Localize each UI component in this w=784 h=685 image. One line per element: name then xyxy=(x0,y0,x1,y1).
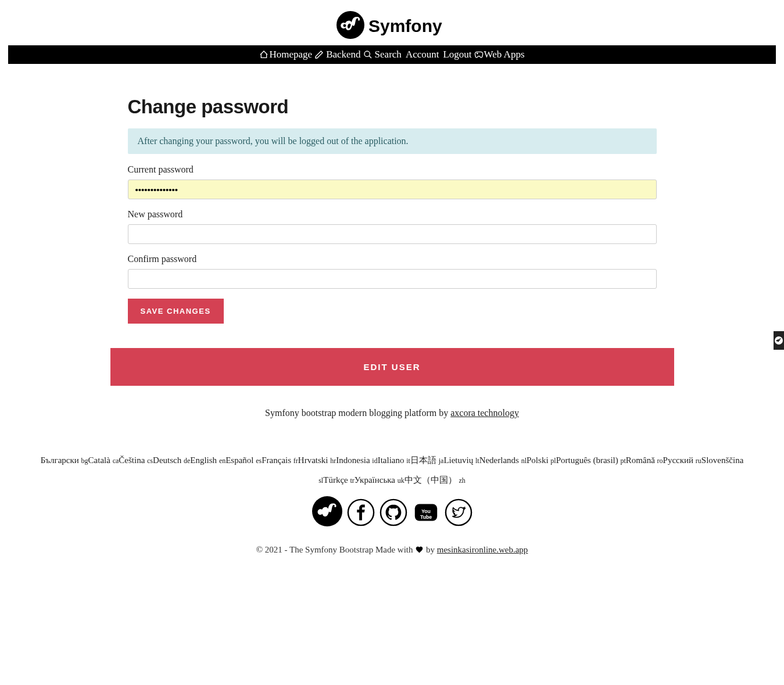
brand-text: Symfony xyxy=(368,16,442,35)
locale-code: nl xyxy=(521,457,527,465)
change-password-form: Current password New password Confirm pa… xyxy=(128,164,657,324)
new-password-input[interactable] xyxy=(128,224,657,244)
footer-tagline: Symfony bootstrap modern blogging platfo… xyxy=(8,408,776,418)
facebook-icon xyxy=(347,498,375,526)
locale-link[interactable]: Français fr xyxy=(262,456,298,465)
locale-code: de xyxy=(184,457,190,465)
locale-code: fr xyxy=(293,457,298,465)
locale-link[interactable]: Čeština cs xyxy=(119,456,153,465)
locale-link[interactable]: Hrvatski hr xyxy=(298,456,336,465)
locale-switcher: Български bgCatalà caČeština csDeutsch d… xyxy=(8,450,776,489)
locale-code: tr xyxy=(350,476,354,485)
locale-code: es xyxy=(256,457,262,465)
nav-label: Web Apps xyxy=(484,49,525,60)
locale-code: bg xyxy=(81,457,88,465)
locale-code: pl xyxy=(550,457,556,465)
pencil-icon xyxy=(314,50,324,59)
locale-code: ro xyxy=(657,457,663,465)
nav-account[interactable]: Account xyxy=(403,48,441,62)
heart-icon xyxy=(415,546,424,556)
copyright-link[interactable]: mesinkasironline.web.app xyxy=(437,545,528,554)
svg-point-8 xyxy=(445,500,471,525)
locale-link[interactable]: English en xyxy=(190,456,225,465)
symfony-icon xyxy=(312,496,342,526)
nav-label: Account xyxy=(406,49,439,60)
nav-webapps[interactable]: Web Apps xyxy=(473,48,526,62)
confirm-password-input[interactable] xyxy=(128,269,657,289)
locale-link[interactable]: Deutsch de xyxy=(153,456,190,465)
social-youtube[interactable]: YouTube xyxy=(412,498,440,529)
nav-label: Backend xyxy=(326,49,360,60)
locale-link[interactable]: 日本語 ja xyxy=(410,456,443,465)
locale-link[interactable]: Italiano it xyxy=(378,456,410,465)
svg-point-1 xyxy=(364,51,370,56)
page-title: Change password xyxy=(128,96,657,118)
locale-link[interactable]: 中文（中国） zh xyxy=(404,475,466,485)
locale-link[interactable]: Português (brasil) pt xyxy=(556,456,626,465)
copyright: © 2021 - The Symfony Bootstrap Made with… xyxy=(8,545,776,579)
main-nav: Homepage Backend Search Account Logout W… xyxy=(8,45,776,64)
svg-text:You: You xyxy=(421,508,431,514)
save-changes-button[interactable]: SAVE CHANGES xyxy=(128,299,224,324)
locale-link[interactable]: Български bg xyxy=(41,456,88,465)
svg-point-0 xyxy=(336,11,364,39)
svg-point-4 xyxy=(380,500,406,525)
new-password-label: New password xyxy=(128,209,657,220)
locale-code: lt xyxy=(475,457,479,465)
locale-link[interactable]: Türkçe tr xyxy=(323,475,355,485)
locale-code: it xyxy=(406,457,410,465)
nav-label: Search xyxy=(375,49,402,60)
edit-user-button[interactable]: EDIT USER xyxy=(110,348,674,386)
nav-homepage[interactable]: Homepage xyxy=(258,48,313,62)
locale-code: pt xyxy=(620,457,625,465)
locale-code: id xyxy=(372,457,377,465)
symfony-icon xyxy=(775,336,783,345)
current-password-input[interactable] xyxy=(128,180,657,199)
locale-link[interactable]: Català ca xyxy=(88,456,119,465)
social-links: YouTube xyxy=(8,494,776,545)
social-twitter[interactable] xyxy=(445,498,472,529)
twitter-icon xyxy=(445,498,472,526)
locale-code: ca xyxy=(113,457,119,465)
locale-code: ru xyxy=(696,457,701,465)
confirm-password-label: Confirm password xyxy=(128,254,657,264)
locale-link[interactable]: Indonesia id xyxy=(336,456,377,465)
current-password-label: Current password xyxy=(128,164,657,175)
nav-logout[interactable]: Logout xyxy=(440,48,472,62)
nav-search[interactable]: Search xyxy=(362,48,403,62)
copyright-text: © 2021 - The Symfony Bootstrap Made with xyxy=(256,545,416,554)
social-github[interactable] xyxy=(380,498,407,529)
home-icon xyxy=(259,50,269,59)
locale-link[interactable]: Lietuvių lt xyxy=(443,456,479,465)
youtube-icon: YouTube xyxy=(412,498,440,526)
search-icon xyxy=(363,50,373,59)
locale-link[interactable]: Nederlands nl xyxy=(479,456,527,465)
locale-link[interactable]: Українська uk xyxy=(355,475,404,485)
locale-link[interactable]: Polski pl xyxy=(527,456,556,465)
symfony-toolbar-toggle[interactable] xyxy=(774,331,784,350)
svg-text:Tube: Tube xyxy=(420,514,432,520)
locale-link[interactable]: Español es xyxy=(225,456,262,465)
nav-label: Logout xyxy=(443,49,471,60)
nav-backend[interactable]: Backend xyxy=(313,48,361,62)
tagline-link[interactable]: axcora technology xyxy=(450,408,519,418)
copyright-mid: by xyxy=(426,545,437,554)
tagline-text: Symfony bootstrap modern blogging platfo… xyxy=(265,408,450,418)
info-alert: After changing your password, you will b… xyxy=(128,128,657,154)
locale-code: uk xyxy=(398,476,404,485)
social-facebook[interactable] xyxy=(347,498,375,529)
locale-code: hr xyxy=(330,457,336,465)
brand-logo-area: Symfony xyxy=(8,8,776,45)
symfony-logo[interactable]: Symfony xyxy=(336,10,449,40)
locale-code: en xyxy=(219,457,225,465)
locale-code: zh xyxy=(459,476,465,485)
social-symfony[interactable] xyxy=(312,496,342,529)
locale-link[interactable]: Română ro xyxy=(626,456,663,465)
gamepad-icon xyxy=(474,50,484,59)
locale-code: cs xyxy=(147,457,153,465)
locale-link[interactable]: Русский ru xyxy=(663,456,701,465)
github-icon xyxy=(380,498,407,526)
nav-label: Homepage xyxy=(269,49,312,60)
